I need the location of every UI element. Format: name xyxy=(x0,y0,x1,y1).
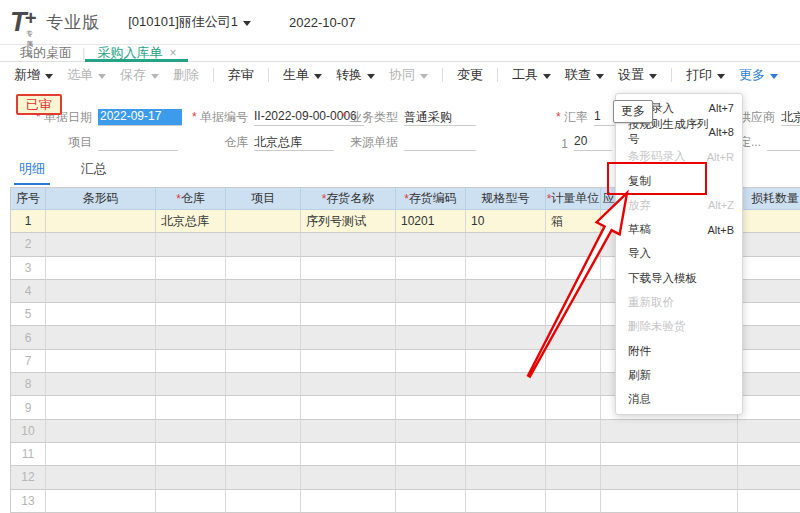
table-cell[interactable] xyxy=(396,280,466,303)
table-cell[interactable]: 北京总库 xyxy=(156,210,226,233)
table-cell[interactable] xyxy=(46,466,156,489)
toolbar-button[interactable]: 打印 xyxy=(686,66,725,84)
table-cell[interactable] xyxy=(46,420,156,443)
table-cell[interactable] xyxy=(46,257,156,280)
table-cell[interactable] xyxy=(156,257,226,280)
table-cell[interactable] xyxy=(156,326,226,349)
table-cell[interactable] xyxy=(226,210,301,233)
source-doc-input[interactable] xyxy=(404,134,476,151)
table-cell[interactable] xyxy=(156,373,226,396)
tab-my-desktop[interactable]: 我的桌面 xyxy=(10,44,82,62)
table-cell[interactable] xyxy=(226,257,301,280)
table-cell[interactable]: 10 xyxy=(466,210,546,233)
table-cell[interactable] xyxy=(156,420,226,443)
table-cell[interactable] xyxy=(301,326,396,349)
table-cell[interactable]: 10201 xyxy=(396,210,466,233)
table-cell[interactable] xyxy=(156,396,226,419)
table-cell[interactable] xyxy=(396,326,466,349)
table-cell[interactable] xyxy=(46,490,156,513)
table-cell[interactable] xyxy=(738,490,800,513)
table-cell[interactable] xyxy=(546,420,601,443)
table-cell[interactable] xyxy=(396,350,466,373)
table-cell[interactable] xyxy=(396,303,466,326)
table-cell[interactable] xyxy=(301,257,396,280)
tab-summary[interactable]: 汇总 xyxy=(76,160,112,185)
table-cell[interactable] xyxy=(46,233,156,256)
doc-date-input[interactable]: 2022-09-17 xyxy=(98,109,182,126)
table-cell[interactable]: 序列号测试 xyxy=(301,210,396,233)
table-cell[interactable] xyxy=(466,466,546,489)
table-cell[interactable] xyxy=(396,420,466,443)
toolbar-button[interactable]: 新增 xyxy=(14,66,53,84)
toolbar-button[interactable]: 联查 xyxy=(565,66,604,84)
table-cell[interactable] xyxy=(466,373,546,396)
table-cell[interactable] xyxy=(738,373,800,396)
tab-purchase-receipt[interactable]: 采购入库单 × xyxy=(85,45,188,61)
table-cell[interactable] xyxy=(601,443,738,466)
table-cell[interactable] xyxy=(738,210,800,233)
toolbar-button[interactable]: 生单 xyxy=(283,66,322,84)
toolbar-button[interactable]: 删除 xyxy=(173,66,199,84)
table-cell[interactable] xyxy=(396,257,466,280)
table-cell[interactable] xyxy=(156,280,226,303)
table-cell[interactable] xyxy=(546,466,601,489)
table-cell[interactable] xyxy=(46,350,156,373)
project-input[interactable] xyxy=(98,134,178,151)
menu-item[interactable]: 刷新 xyxy=(616,363,742,387)
table-cell[interactable] xyxy=(466,443,546,466)
toolbar-button[interactable]: 变更 xyxy=(457,66,483,84)
table-cell[interactable] xyxy=(226,350,301,373)
toolbar-button[interactable]: 选单 xyxy=(67,66,106,84)
table-cell[interactable] xyxy=(738,303,800,326)
tab-detail[interactable]: 明细 xyxy=(14,160,50,185)
table-cell[interactable] xyxy=(466,420,546,443)
toolbar-button[interactable]: 工具 xyxy=(512,66,551,84)
table-cell[interactable] xyxy=(546,373,601,396)
table-cell[interactable] xyxy=(301,280,396,303)
table-cell[interactable] xyxy=(46,443,156,466)
table-cell[interactable] xyxy=(466,326,546,349)
supplier-input[interactable]: 北京 xyxy=(781,109,800,126)
table-cell[interactable] xyxy=(738,280,800,303)
table-cell[interactable] xyxy=(226,420,301,443)
table-cell[interactable] xyxy=(156,466,226,489)
menu-item[interactable]: 消息 xyxy=(616,388,742,412)
table-cell[interactable] xyxy=(546,257,601,280)
table-cell[interactable] xyxy=(396,466,466,489)
table-cell[interactable] xyxy=(396,396,466,419)
table-cell[interactable] xyxy=(396,443,466,466)
table-cell[interactable] xyxy=(301,490,396,513)
table-cell[interactable] xyxy=(301,420,396,443)
table-cell[interactable] xyxy=(301,233,396,256)
table-cell[interactable] xyxy=(601,420,738,443)
table-cell[interactable] xyxy=(226,443,301,466)
table-cell[interactable] xyxy=(466,303,546,326)
table-cell[interactable] xyxy=(156,303,226,326)
table-cell[interactable] xyxy=(466,257,546,280)
table-cell[interactable] xyxy=(466,396,546,419)
table-cell[interactable] xyxy=(738,350,800,373)
table-cell[interactable] xyxy=(546,326,601,349)
table-cell[interactable] xyxy=(601,490,738,513)
table-cell[interactable] xyxy=(738,443,800,466)
warehouse-input[interactable]: 北京总库 xyxy=(254,134,334,151)
table-cell[interactable] xyxy=(546,280,601,303)
table-cell[interactable] xyxy=(546,350,601,373)
table-cell[interactable] xyxy=(46,210,156,233)
table-cell[interactable] xyxy=(156,490,226,513)
table-cell[interactable] xyxy=(466,233,546,256)
table-cell[interactable] xyxy=(466,280,546,303)
table-cell[interactable] xyxy=(301,303,396,326)
table-cell[interactable] xyxy=(46,326,156,349)
table-cell[interactable] xyxy=(396,490,466,513)
table-cell[interactable] xyxy=(226,303,301,326)
table-cell[interactable] xyxy=(301,373,396,396)
table-cell[interactable] xyxy=(226,396,301,419)
table-cell[interactable] xyxy=(226,373,301,396)
toolbar-button[interactable]: 设置 xyxy=(618,66,657,84)
table-cell[interactable] xyxy=(46,396,156,419)
table-cell[interactable] xyxy=(301,466,396,489)
table-cell[interactable] xyxy=(226,466,301,489)
table-cell[interactable] xyxy=(546,233,601,256)
table-cell[interactable] xyxy=(396,373,466,396)
